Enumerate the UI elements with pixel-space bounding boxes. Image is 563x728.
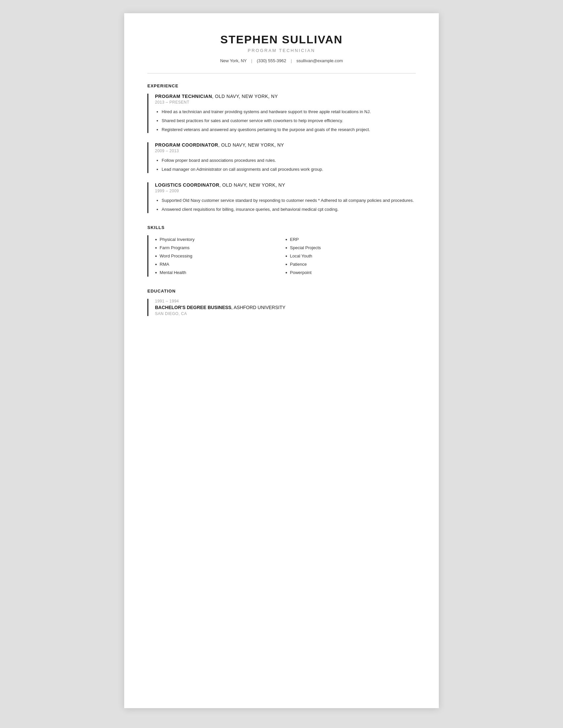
skill-right-5: Powerpoint — [286, 268, 416, 277]
job-bullets-1: Hired as a technician and trainer provid… — [155, 109, 416, 133]
bullet-1-3: Registered veterans and answered any que… — [162, 126, 416, 133]
job-dates-2: 2009 – 2013 — [155, 149, 416, 153]
location: New York, NY — [220, 58, 247, 63]
skill-right-4: Patience — [286, 260, 416, 268]
resume-page: STEPHEN SULLIVAN PROGRAM TECHNICIAN New … — [124, 13, 439, 708]
bullet-1-1: Hired as a technician and trainer provid… — [162, 109, 416, 115]
job-dates-1: 2013 – PRESENT — [155, 100, 416, 105]
header: STEPHEN SULLIVAN PROGRAM TECHNICIAN New … — [147, 33, 416, 63]
sep2: | — [291, 58, 292, 63]
job-title-2: PROGRAM COORDINATOR, OLD NAVY, NEW YORK,… — [155, 142, 416, 148]
education-section: EDUCATION 1991 – 1994 BACHELOR'S DEGREE … — [147, 289, 416, 316]
job-entry-2: PROGRAM COORDINATOR, OLD NAVY, NEW YORK,… — [147, 142, 416, 173]
skill-left-2: Farm Programs — [155, 244, 286, 252]
skill-right-2: Special Projects — [286, 244, 416, 252]
skill-left-4: RMA — [155, 260, 286, 268]
bullet-3-1: Supported Old Navy customer service stan… — [162, 197, 416, 204]
experience-section: EXPERIENCE PROGRAM TECHNICIAN, OLD NAVY,… — [147, 83, 416, 213]
contact-info: New York, NY | (330) 555-3962 | ssulliva… — [147, 58, 416, 63]
experience-section-title: EXPERIENCE — [147, 83, 416, 88]
job-title-text-3: LOGISTICS COORDINATOR — [155, 182, 219, 188]
job-title-text-1: PROGRAM TECHNICIAN — [155, 94, 212, 99]
sep1: | — [251, 58, 252, 63]
job-dates-3: 1999 – 2009 — [155, 189, 416, 193]
bullet-2-1: Follow proper board and associations pro… — [162, 157, 416, 164]
job-title-1: PROGRAM TECHNICIAN, OLD NAVY, NEW YORK, … — [155, 94, 416, 99]
email: ssullivan@example.com — [297, 58, 343, 63]
skills-section: SKILLS Physical Inventory ERP Farm Progr… — [147, 225, 416, 277]
edu-dates-1: 1991 – 1994 — [155, 299, 416, 303]
skills-section-title: SKILLS — [147, 225, 416, 230]
job-bullets-3: Supported Old Navy customer service stan… — [155, 197, 416, 213]
skill-left-1: Physical Inventory — [155, 235, 286, 244]
skill-left-3: Word Processing — [155, 252, 286, 260]
job-company-1: , OLD NAVY, NEW YORK, NY — [212, 94, 278, 99]
edu-school-1: , ASHFORD UNIVERSITY — [231, 305, 285, 310]
job-company-3: , OLD NAVY, NEW YORK, NY — [219, 182, 285, 188]
job-entry-3: LOGISTICS COORDINATOR, OLD NAVY, NEW YOR… — [147, 182, 416, 213]
bullet-2-2: Lead manager on Administrator on call as… — [162, 166, 416, 173]
skills-block: Physical Inventory ERP Farm Programs Spe… — [147, 235, 416, 277]
job-bullets-2: Follow proper board and associations pro… — [155, 157, 416, 173]
candidate-name: STEPHEN SULLIVAN — [147, 33, 416, 46]
phone: (330) 555-3962 — [257, 58, 286, 63]
job-company-2: , OLD NAVY, NEW YORK, NY — [218, 142, 284, 148]
bullet-1-2: Shared best practices for sales and cust… — [162, 117, 416, 124]
skills-grid: Physical Inventory ERP Farm Programs Spe… — [155, 235, 416, 277]
bullet-3-2: Answered client requisitions for billing… — [162, 206, 416, 213]
education-block-1: 1991 – 1994 BACHELOR'S DEGREE BUSINESS, … — [147, 299, 416, 316]
header-divider — [147, 73, 416, 73]
candidate-title: PROGRAM TECHNICIAN — [147, 48, 416, 53]
education-section-title: EDUCATION — [147, 289, 416, 294]
job-title-3: LOGISTICS COORDINATOR, OLD NAVY, NEW YOR… — [155, 182, 416, 188]
skill-right-3: Local Youth — [286, 252, 416, 260]
edu-degree-text-1: BACHELOR'S DEGREE BUSINESS — [155, 305, 231, 310]
edu-location-1: SAN DIEGO, CA — [155, 311, 416, 316]
skill-left-5: Mental Health — [155, 268, 286, 277]
skill-right-1: ERP — [286, 235, 416, 244]
job-title-text-2: PROGRAM COORDINATOR — [155, 142, 218, 148]
job-entry-1: PROGRAM TECHNICIAN, OLD NAVY, NEW YORK, … — [147, 94, 416, 133]
edu-degree-1: BACHELOR'S DEGREE BUSINESS, ASHFORD UNIV… — [155, 305, 416, 310]
